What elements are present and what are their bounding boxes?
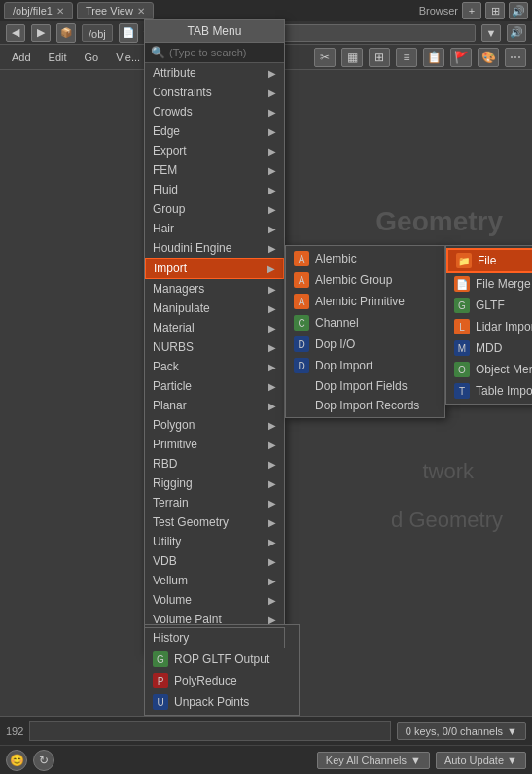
submenu-alembic-primitive[interactable]: A Alembic Primitive [286, 291, 444, 312]
submenu-dop-import-records[interactable]: Dop Import Records [286, 396, 444, 415]
submenu-gltf[interactable]: G GLTF [446, 295, 532, 316]
obj-icon: 📦 [56, 23, 76, 43]
menu-item-export[interactable]: Export ▶ [145, 141, 284, 160]
menu-item-attribute[interactable]: Attribute ▶ [145, 63, 284, 83]
edit-menu-btn[interactable]: Edit [43, 50, 73, 65]
tab-file1[interactable]: /obj/file1 ✕ [4, 2, 73, 19]
emoji-btn[interactable]: 😊 [6, 750, 27, 771]
history-rop-gltf[interactable]: G ROP GLTF Output [145, 649, 299, 670]
menu-item-vdb[interactable]: VDB ▶ [145, 551, 284, 571]
file-submenu: 📁 File 📄 File Merge G GLTF L Lidar Impor… [445, 245, 532, 405]
file-merge-icon: 📄 [454, 276, 470, 292]
list-icon[interactable]: ≡ [396, 48, 417, 67]
view-menu-btn[interactable]: Vie... [110, 50, 146, 65]
menu-item-group[interactable]: Group ▶ [145, 199, 284, 219]
menu-item-hair[interactable]: Hair ▶ [145, 219, 284, 238]
menu-item-polygon[interactable]: Polygon ▶ [145, 415, 284, 435]
menu-item-test-geometry[interactable]: Test Geometry ▶ [145, 512, 284, 532]
gltf-icon: G [454, 298, 470, 313]
more-icon[interactable]: ⋯ [505, 48, 526, 67]
menu-item-edge[interactable]: Edge ▶ [145, 122, 284, 141]
browser-label: Browser [419, 5, 458, 17]
menu-item-primitive[interactable]: Primitive ▶ [145, 435, 284, 454]
submenu-mdd[interactable]: M MDD [446, 337, 532, 359]
table-icon[interactable]: ▦ [341, 48, 363, 67]
submenu-object-merge[interactable]: O Object Merge [446, 359, 532, 380]
tab-file1-close[interactable]: ✕ [56, 6, 64, 17]
menu-item-managers[interactable]: Managers ▶ [145, 279, 284, 299]
submenu-alembic-group[interactable]: A Alembic Group [286, 269, 444, 291]
import-submenu: A Alembic A Alembic Group A Alembic Prim… [285, 245, 445, 418]
arrow-icon: ▶ [268, 498, 276, 509]
menu-item-pack[interactable]: Pack ▶ [145, 357, 284, 376]
menu-item-manipulate[interactable]: Manipulate ▶ [145, 299, 284, 318]
menu-item-vellum[interactable]: Vellum ▶ [145, 571, 284, 590]
menu-item-fluid[interactable]: Fluid ▶ [145, 180, 284, 199]
tab-treeview-close[interactable]: ✕ [137, 6, 145, 17]
menu-item-nurbs[interactable]: NURBS ▶ [145, 337, 284, 357]
grid-icon[interactable]: ⊞ [369, 48, 390, 67]
timeline-row: 192 0 keys, 0/0 channels ▼ [0, 717, 532, 745]
alembic-primitive-icon: A [294, 294, 309, 309]
submenu-channel[interactable]: C Channel [286, 312, 444, 334]
menu-item-material[interactable]: Material ▶ [145, 318, 284, 337]
arrow-icon: ▶ [268, 342, 276, 353]
submenu-dop-io[interactable]: D Dop I/O [286, 334, 444, 355]
menu-item-utility[interactable]: Utility ▶ [145, 532, 284, 551]
geometry-bg-text: Geometry [375, 206, 503, 237]
add-menu-btn[interactable]: Add [6, 50, 37, 65]
history-unpack-points[interactable]: U Unpack Points [145, 691, 299, 713]
menu-item-import[interactable]: Import ▶ [145, 258, 284, 279]
submenu-dop-import[interactable]: D Dop Import [286, 355, 444, 376]
forward-btn[interactable]: ▶ [31, 24, 51, 42]
arrow-icon: ▶ [268, 107, 276, 118]
key-all-channels-btn[interactable]: Key All Channels ▼ [317, 752, 430, 769]
channel-icon: C [294, 315, 309, 331]
dop-import-icon: D [294, 358, 309, 373]
submenu-alembic[interactable]: A Alembic [286, 248, 444, 269]
arrow-icon: ▶ [268, 243, 276, 254]
arrow-icon: ▶ [268, 204, 276, 215]
menu-item-particle[interactable]: Particle ▶ [145, 376, 284, 396]
arrow-icon: ▶ [268, 362, 276, 372]
arrow-icon: ▶ [268, 165, 276, 176]
tab-treeview[interactable]: Tree View ✕ [77, 2, 154, 19]
menu-item-volume[interactable]: Volume ▶ [145, 590, 284, 610]
details-icon[interactable]: 📋 [423, 48, 444, 67]
keys-badge: 0 keys, 0/0 channels ▼ [397, 722, 526, 740]
search-input[interactable] [169, 47, 303, 58]
menu-item-rbd[interactable]: RBD ▶ [145, 454, 284, 474]
menu-item-rigging[interactable]: Rigging ▶ [145, 474, 284, 493]
speaker-btn[interactable]: 🔊 [509, 2, 528, 19]
menu-item-terrain[interactable]: Terrain ▶ [145, 493, 284, 512]
menu-item-fem[interactable]: FEM ▶ [145, 160, 284, 180]
submenu-file-merge[interactable]: 📄 File Merge [446, 273, 532, 295]
submenu-dop-import-fields[interactable]: Dop Import Fields [286, 376, 444, 396]
submenu-lidar[interactable]: L Lidar Import [446, 316, 532, 337]
dropdown-btn[interactable]: ▼ [481, 24, 501, 42]
flag-icon[interactable]: 🚩 [450, 48, 472, 67]
audio-btn[interactable]: 🔊 [507, 24, 526, 42]
submenu-file[interactable]: 📁 File [446, 248, 532, 273]
menu-item-constraints[interactable]: Constraints ▶ [145, 83, 284, 102]
palette-icon[interactable]: 🎨 [478, 48, 499, 67]
menu-item-planar[interactable]: Planar ▶ [145, 396, 284, 415]
menu-item-houdini-engine[interactable]: Houdini Engine ▶ [145, 238, 284, 258]
timeline[interactable] [29, 721, 390, 741]
tab-menu-search-row: 🔍 [145, 43, 284, 63]
menu-item-crowds[interactable]: Crowds ▶ [145, 102, 284, 122]
back-btn[interactable]: ◀ [6, 24, 25, 42]
path-obj[interactable]: /obj [82, 24, 113, 42]
controls-row: 😊 ↻ Key All Channels ▼ Auto Update ▼ [0, 745, 532, 774]
auto-update-btn[interactable]: Auto Update ▼ [436, 752, 526, 769]
file-node-icon: 📁 [456, 253, 472, 268]
history-polyreduce[interactable]: P PolyReduce [145, 670, 299, 691]
submenu-table-import[interactable]: T Table Import [446, 380, 532, 402]
key-all-label: Key All Channels [326, 755, 407, 766]
tab-bar: /obj/file1 ✕ Tree View ✕ Browser + ⊞ 🔊 [0, 0, 532, 21]
add-tab-btn[interactable]: + [462, 2, 481, 19]
options-btn[interactable]: ⊞ [485, 2, 505, 19]
go-menu-btn[interactable]: Go [79, 50, 105, 65]
cut-icon[interactable]: ✂ [314, 48, 336, 67]
refresh-btn[interactable]: ↻ [33, 750, 54, 771]
